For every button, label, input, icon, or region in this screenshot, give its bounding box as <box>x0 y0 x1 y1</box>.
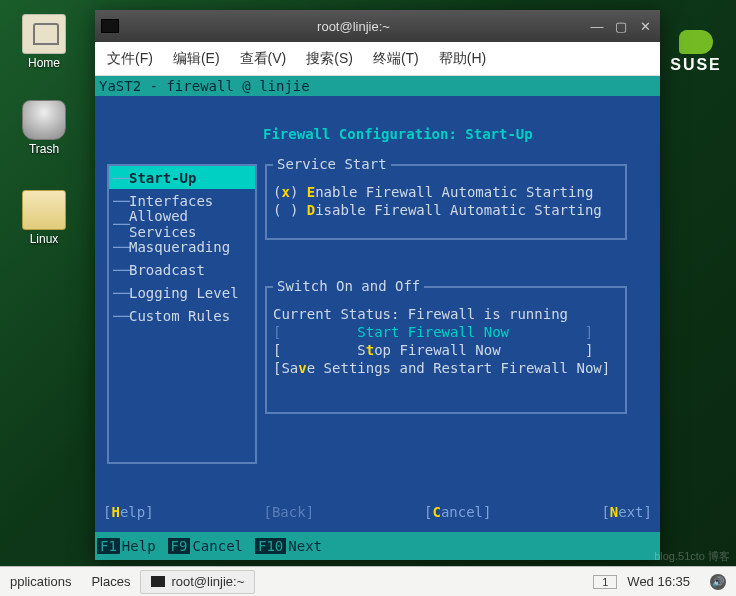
minimize-button[interactable]: — <box>588 17 606 35</box>
group-legend: Switch On and Off <box>273 278 424 294</box>
f9-key[interactable]: F9 <box>168 538 191 554</box>
window-title: root@linjie:~ <box>125 19 582 34</box>
radio-enable-autostart[interactable]: (x) Enable Firewall Automatic Starting <box>273 184 619 200</box>
service-start-group: Service Start (x) Enable Firewall Automa… <box>265 164 627 240</box>
sidebar-item-allowed-services[interactable]: ──Allowed Services <box>109 212 255 235</box>
workspace-indicator[interactable]: 1 <box>593 575 617 589</box>
window-titlebar[interactable]: root@linjie:~ — ▢ ✕ <box>95 10 660 42</box>
terminal-icon <box>151 576 165 587</box>
switch-group: Switch On and Off Current Status: Firewa… <box>265 286 627 414</box>
f1-key[interactable]: F1 <box>97 538 120 554</box>
terminal-body: YaST2 - firewall @ linjie Firewall Confi… <box>95 76 660 560</box>
terminal-icon <box>101 19 119 33</box>
back-button[interactable]: [Back] <box>264 504 315 520</box>
clock[interactable]: Wed 16:35 <box>617 567 700 596</box>
menu-help[interactable]: 帮助(H) <box>431 46 494 72</box>
applications-menu[interactable]: pplications <box>0 567 81 596</box>
help-button[interactable]: [Help] <box>103 504 154 520</box>
volume-icon[interactable]: 🔊 <box>700 567 736 596</box>
yast-header: YaST2 - firewall @ linjie <box>95 76 660 96</box>
desktop-icon-home[interactable]: Home <box>14 14 74 70</box>
desktop-label: Trash <box>14 142 74 156</box>
stop-firewall-button[interactable]: [ Stop Firewall Now ] <box>273 342 619 358</box>
f10-key[interactable]: F10 <box>255 538 286 554</box>
folder-icon <box>22 190 66 230</box>
desktop-label: Home <box>14 56 74 70</box>
taskbar: pplications Places root@linjie:~ 1 Wed 1… <box>0 566 736 596</box>
maximize-button[interactable]: ▢ <box>612 17 630 35</box>
trash-icon <box>22 100 66 140</box>
group-legend: Service Start <box>273 156 391 172</box>
window-menubar: 文件(F) 编辑(E) 查看(V) 搜索(S) 终端(T) 帮助(H) <box>95 42 660 76</box>
save-restart-button[interactable]: [Save Settings and Restart Firewall Now] <box>273 360 619 376</box>
terminal-window: root@linjie:~ — ▢ ✕ 文件(F) 编辑(E) 查看(V) 搜索… <box>95 10 660 560</box>
desktop-label: Linux <box>14 232 74 246</box>
close-button[interactable]: ✕ <box>636 17 654 35</box>
menu-file[interactable]: 文件(F) <box>99 46 161 72</box>
sidebar-item-broadcast[interactable]: ──Broadcast <box>109 258 255 281</box>
page-title: Firewall Configuration: Start-Up <box>263 126 660 142</box>
watermark: blog.51cto 博客 <box>654 549 730 564</box>
bottom-buttons: [Help] [Back] [Cancel] [Next] <box>95 504 660 520</box>
sidebar-item-logging[interactable]: ──Logging Level <box>109 281 255 304</box>
radio-disable-autostart[interactable]: ( ) Disable Firewall Automatic Starting <box>273 202 619 218</box>
brand-logo: SUSE <box>656 30 736 74</box>
menu-edit[interactable]: 编辑(E) <box>165 46 228 72</box>
taskbar-entry-terminal[interactable]: root@linjie:~ <box>140 570 255 594</box>
yast-sidebar: ──Start-Up ──Interfaces ──Allowed Servic… <box>107 164 257 464</box>
places-menu[interactable]: Places <box>81 567 140 596</box>
cancel-button[interactable]: [Cancel] <box>424 504 491 520</box>
sidebar-item-custom-rules[interactable]: ──Custom Rules <box>109 304 255 327</box>
function-key-bar: F1Help F9Cancel F10Next <box>95 532 660 560</box>
start-firewall-button[interactable]: [ Start Firewall Now ] <box>273 324 619 340</box>
menu-view[interactable]: 查看(V) <box>232 46 295 72</box>
home-icon <box>22 14 66 54</box>
sidebar-item-startup[interactable]: ──Start-Up <box>109 166 255 189</box>
next-button[interactable]: [Next] <box>601 504 652 520</box>
gecko-icon <box>679 30 713 54</box>
menu-terminal[interactable]: 终端(T) <box>365 46 427 72</box>
firewall-status: Current Status: Firewall is running <box>273 306 619 322</box>
desktop-icon-trash[interactable]: Trash <box>14 100 74 156</box>
desktop-icon-folder[interactable]: Linux <box>14 190 74 246</box>
menu-search[interactable]: 搜索(S) <box>298 46 361 72</box>
